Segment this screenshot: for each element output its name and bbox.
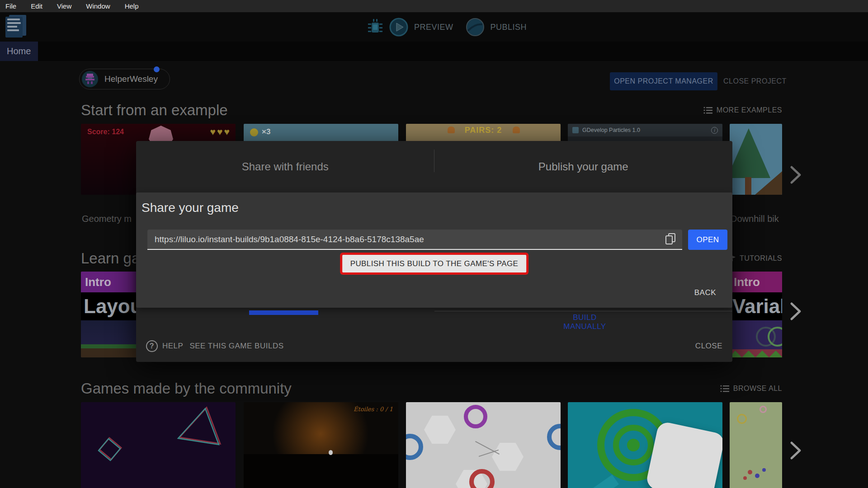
open-project-manager-button[interactable]: OPEN PROJECT MANAGER (610, 72, 717, 90)
community-section-title: Games made by the community (81, 380, 782, 397)
main-toolbar: PREVIEW PUBLISH (0, 12, 868, 42)
copy-url-button[interactable] (665, 233, 676, 246)
yellow-circle (737, 414, 747, 424)
menu-view[interactable]: View (57, 2, 71, 10)
examples-next-chevron-icon[interactable] (789, 165, 802, 184)
tab-divider (434, 150, 434, 172)
tutorials-label: TUTORIALS (740, 254, 782, 263)
menu-bar: File Edit View Window Help (0, 0, 868, 12)
see-game-builds-button[interactable]: SEE THIS GAME BUILDS (189, 342, 283, 351)
preview-button[interactable]: PREVIEW (414, 23, 453, 32)
gdevelop-logo-icon (572, 127, 579, 133)
publish-globe-icon[interactable] (465, 17, 485, 37)
build-url-value: https://liluo.io/instant-builds/9b1a0884… (147, 235, 665, 244)
list-icon (720, 385, 729, 392)
hearts-icons: ♥♥♥ (210, 127, 231, 137)
blue-dot (755, 474, 760, 478)
intro-badge: Intro (730, 272, 782, 292)
tutorial-thumb-variables[interactable]: Intro Variab +1 (730, 272, 782, 357)
score-label: Score: 124 (87, 128, 124, 136)
multiplier-label: ×3 (262, 127, 270, 136)
tutorials-next-chevron-icon[interactable] (789, 302, 802, 321)
example-thumb-downhill-bike[interactable] (730, 124, 782, 195)
open-url-button[interactable]: OPEN (688, 230, 727, 250)
close-project-button[interactable]: CLOSE PROJECT (723, 72, 787, 90)
variables-title: Variab (730, 292, 782, 320)
community-thumb-teal[interactable] (568, 402, 722, 488)
copy-icon (665, 233, 676, 245)
editor-tab-strip: Home (0, 42, 868, 61)
red-ring (469, 469, 495, 488)
list-icon (703, 107, 712, 114)
mushroom-character (513, 127, 520, 133)
blue-ring (547, 424, 561, 450)
help-button[interactable]: ? HELP (146, 340, 183, 352)
preview-play-icon[interactable] (389, 17, 409, 37)
caption-downhill-bike: Downhill bik (731, 214, 779, 224)
tab-share-with-friends[interactable]: Share with friends (136, 141, 434, 192)
examples-section-title: Start from an example (81, 102, 782, 119)
white-square (645, 421, 722, 488)
ground-silhouette (244, 454, 398, 488)
community-next-chevron-icon[interactable] (789, 441, 802, 460)
browse-all-button[interactable]: BROWSE ALL (720, 385, 782, 393)
tutorials-button[interactable]: TUTORIALS (726, 254, 782, 263)
etoiles-score-label: Étoiles : 0 / 1 (354, 406, 393, 413)
build-manually-button[interactable]: BUILD MANUALLY (552, 313, 618, 331)
tab-home[interactable]: Home (0, 42, 38, 61)
teal-stripe (568, 474, 619, 488)
menu-file[interactable]: File (5, 2, 16, 10)
community-thumb-night[interactable]: Étoiles : 0 / 1 (244, 402, 398, 488)
community-thumb-green[interactable] (730, 402, 782, 488)
community-thumb-neon[interactable] (81, 402, 236, 488)
menu-window[interactable]: Window (86, 2, 110, 10)
share-dialog: Share with friends Publish your game Sha… (136, 141, 732, 362)
red-dot (748, 470, 752, 474)
player-character (329, 450, 333, 455)
divider-line (434, 311, 732, 311)
publish-button[interactable]: PUBLISH (491, 23, 527, 32)
username-label: HelperWesley (104, 74, 158, 84)
app-logo-icon (5, 15, 27, 38)
menu-edit[interactable]: Edit (31, 2, 42, 10)
purple-ring (464, 405, 487, 428)
pairs-banner: PAIRS: 2 (406, 126, 561, 135)
browse-all-label: BROWSE ALL (733, 385, 782, 393)
info-icon: i (711, 127, 718, 134)
share-your-game-panel: Share your game https://liluo.io/instant… (136, 192, 732, 308)
tree-shape (730, 128, 770, 178)
sun-icon (250, 128, 258, 136)
green-target-center (627, 439, 640, 451)
tab-publish-your-game[interactable]: Publish your game (434, 141, 733, 192)
community-thumb-hexagons[interactable] (406, 402, 561, 488)
publish-build-button[interactable]: PUBLISH THIS BUILD TO THE GAME'S PAGE (342, 255, 527, 272)
blue-ring (406, 434, 423, 460)
back-button[interactable]: BACK (694, 288, 716, 297)
help-label: HELP (162, 342, 183, 351)
close-dialog-button[interactable]: CLOSE (695, 342, 722, 351)
notification-dot (154, 66, 160, 72)
trunk-shape (745, 177, 751, 195)
panel-title: Share your game (142, 201, 239, 215)
caption-geometry-monster: Geometry m (82, 214, 132, 224)
red-dot (743, 476, 747, 480)
build-url-field[interactable]: https://liluo.io/instant-builds/9b1a0884… (147, 230, 682, 250)
gdevelop-window: File Edit View Window Help (0, 0, 868, 488)
particles-title: GDevelop Particles 1.0 (582, 127, 708, 133)
small-circle (760, 406, 767, 413)
debug-bug-icon[interactable] (367, 18, 383, 36)
menu-help[interactable]: Help (125, 2, 139, 10)
mushroom-character (448, 127, 455, 133)
tab-indicator-fragment (249, 310, 318, 315)
more-examples-button[interactable]: MORE EXAMPLES (703, 106, 782, 114)
more-examples-label: MORE EXAMPLES (717, 106, 782, 114)
neon-shapes (81, 402, 236, 488)
blue-dot (762, 468, 766, 472)
question-mark-icon: ? (146, 340, 158, 352)
dialog-footer: ? HELP SEE THIS GAME BUILDS CLOSE (146, 339, 722, 353)
avatar (82, 71, 98, 87)
